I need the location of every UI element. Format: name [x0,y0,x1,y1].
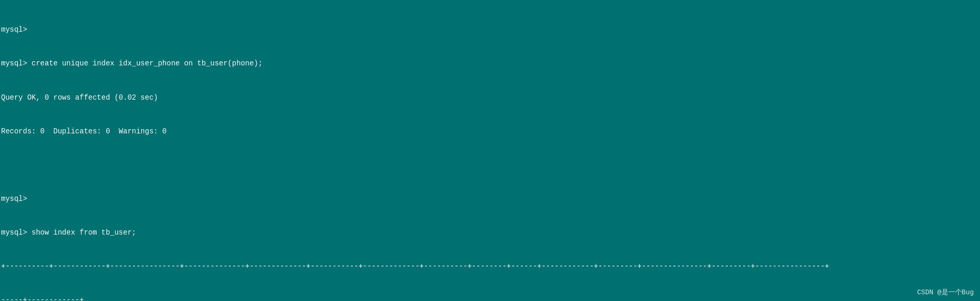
line-6: mysql> [0,194,980,205]
terminal-output: mysql> mysql> create unique index idx_us… [0,0,980,301]
line-5 [0,160,980,171]
line-8: +----------+------------+---------------… [0,261,980,272]
line-7: mysql> show index from tb_user; [0,227,980,239]
line-9: -----+------------+ [0,295,980,301]
line-4: Records: 0 Duplicates: 0 Warnings: 0 [0,126,980,138]
line-3: Query OK, 0 rows affected (0.02 sec) [0,92,980,104]
line-1: mysql> [0,24,980,36]
watermark: CSDN @是一个Bug [917,288,974,297]
line-2: mysql> create unique index idx_user_phon… [0,58,980,70]
